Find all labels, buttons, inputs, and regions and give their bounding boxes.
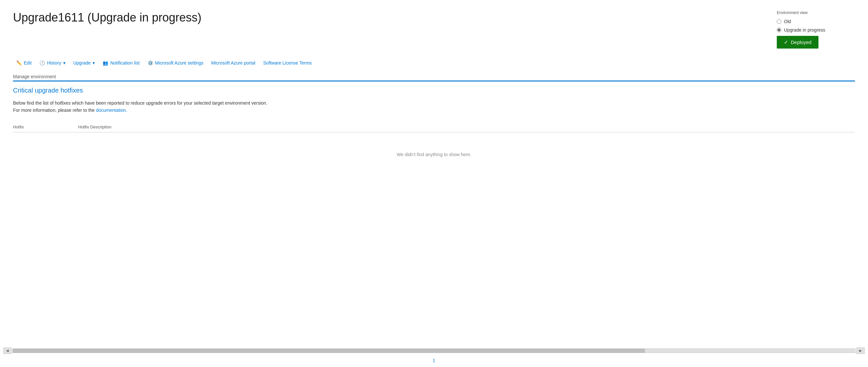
notification-list-button[interactable]: 👥 Notification list <box>99 59 143 67</box>
software-license-button[interactable]: Software License Terms <box>260 59 315 67</box>
software-license-label: Software License Terms <box>263 60 312 65</box>
hotfix-table: Hotfix Hotfix Description We didn't find… <box>13 122 855 177</box>
description-part1: Below find the list of hotfixes which ha… <box>13 100 268 105</box>
section-header: Manage environment <box>13 71 855 82</box>
history-dropdown-icon: ▾ <box>63 60 65 65</box>
column-hotfix-description: Hotfix Description <box>78 124 855 129</box>
scroll-right-arrow[interactable]: ► <box>856 347 865 354</box>
notification-icon: 👥 <box>103 60 108 65</box>
radio-upgrade[interactable]: Upgrade in progress <box>777 27 855 33</box>
scroll-thumb <box>13 349 645 353</box>
edit-label: Edit <box>24 60 32 65</box>
radio-old-label: Old <box>784 19 791 24</box>
deployed-button[interactable]: ✓ Deployed <box>777 36 818 49</box>
history-label: History <box>47 60 61 65</box>
azure-portal-button[interactable]: Microsoft Azure portal <box>208 59 258 67</box>
radio-upgrade-label: Upgrade in progress <box>784 27 825 33</box>
description-text: Below find the list of hotfixes which ha… <box>13 99 855 114</box>
edit-icon: ✏️ <box>16 60 22 65</box>
radio-old[interactable]: Old <box>777 19 855 24</box>
page-title: Upgrade1611 (Upgrade in progress) <box>13 10 202 25</box>
upgrade-dropdown-icon: ▾ <box>93 60 95 65</box>
toolbar: ✏️ Edit 🕐 History ▾ Upgrade ▾ 👥 Notifica… <box>13 59 855 71</box>
page-number[interactable]: 1 <box>431 357 437 364</box>
notification-label: Notification list <box>110 60 140 65</box>
upgrade-label: Upgrade <box>73 60 91 65</box>
environment-view-panel: Environment view Old Upgrade in progress… <box>777 10 855 49</box>
check-icon: ✓ <box>784 39 788 45</box>
history-button[interactable]: 🕐 History ▾ <box>36 59 69 67</box>
upgrade-button[interactable]: Upgrade ▾ <box>70 59 98 67</box>
azure-settings-label: Microsoft Azure settings <box>155 60 204 65</box>
section-title: Critical upgrade hotfixes <box>13 87 855 94</box>
azure-portal-label: Microsoft Azure portal <box>211 60 255 65</box>
column-hotfix: Hotfix <box>13 124 78 129</box>
azure-settings-button[interactable]: ⚙️ Microsoft Azure settings <box>144 59 207 67</box>
table-header: Hotfix Hotfix Description <box>13 122 855 132</box>
settings-icon: ⚙️ <box>148 60 153 65</box>
scroll-track[interactable] <box>12 348 856 353</box>
description-part2: For more information, please refer to th… <box>13 108 96 113</box>
pagination: 1 <box>431 357 437 364</box>
horizontal-scrollbar: ◄ ► <box>0 347 868 354</box>
table-empty-message: We didn't find anything to show here. <box>13 132 855 177</box>
env-view-label: Environment view <box>777 10 855 15</box>
edit-button[interactable]: ✏️ Edit <box>13 59 35 67</box>
documentation-link[interactable]: documentation. <box>96 108 127 113</box>
deployed-label: Deployed <box>791 39 811 45</box>
history-icon: 🕐 <box>39 60 45 65</box>
scroll-left-arrow[interactable]: ◄ <box>3 347 12 354</box>
